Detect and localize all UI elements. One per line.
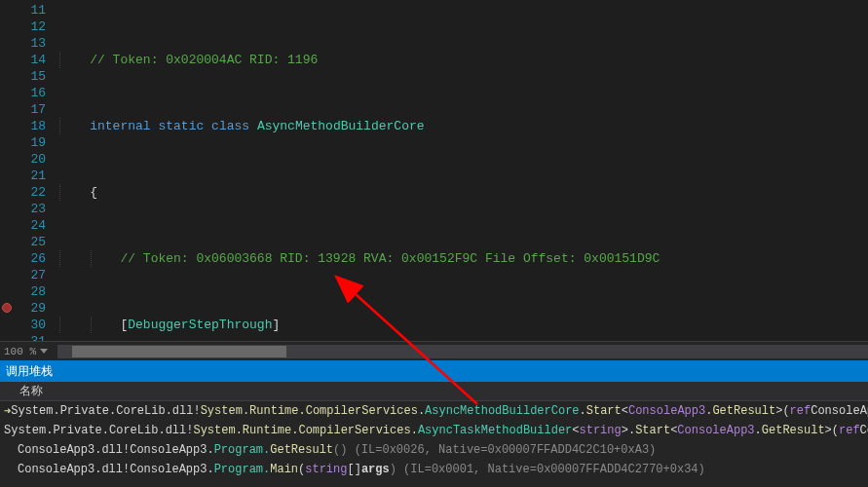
column-header[interactable]: 名称 [0, 382, 868, 401]
line-number[interactable]: 12 [0, 19, 46, 35]
line-number[interactable]: 14 [0, 52, 46, 68]
paren: >( [775, 404, 789, 418]
line-number[interactable]: 19 [0, 134, 46, 151]
lt: < [622, 404, 628, 418]
stack-frame[interactable]: ConsoleApp3.dll!ConsoleApp3.Program.Main… [0, 460, 868, 479]
frame-offset: () (IL=0x0026, Native=0x00007FFADD4C2C10… [333, 443, 656, 457]
line-number[interactable]: 23 [0, 201, 46, 217]
frame-type: AsyncTaskMethodBuilder [418, 424, 572, 437]
comment: // Token: 0x020004AC RID: 1196 [90, 53, 318, 67]
frame-generic: string [580, 424, 622, 437]
chevron-down-icon[interactable] [40, 349, 48, 354]
zoom-dropdown[interactable]: 100 % [0, 346, 36, 357]
lt: < [670, 424, 677, 437]
frame-param: args [361, 463, 390, 476]
text: ConsoleApp3. [811, 404, 868, 418]
column-name: 名称 [19, 383, 43, 399]
frame-type: Program. [214, 443, 271, 457]
frame-generic: ConsoleApp3 [628, 404, 705, 418]
paren: >( [825, 424, 839, 437]
dot: . [705, 404, 712, 418]
panel-title: 调用堆栈 [6, 363, 53, 380]
line-number[interactable]: 25 [0, 234, 46, 250]
frame-generic: ConsoleApp3 [677, 424, 754, 437]
kw: static [158, 119, 204, 133]
line-number[interactable]: 20 [0, 151, 46, 168]
line-number[interactable]: 26 [0, 250, 46, 267]
callstack-list: ➜ System.Private.CoreLib.dll!System.Runt… [0, 401, 868, 487]
line-number[interactable]: 16 [0, 85, 46, 101]
frame-ns: ConsoleApp3. [130, 443, 213, 457]
frame-module: System.Private.CoreLib.dll! [4, 424, 193, 437]
stack-frame[interactable]: ConsoleApp3.dll!ConsoleApp3.Program.GetR… [0, 440, 868, 460]
line-number[interactable]: 17 [0, 101, 46, 118]
text: ConsoleApp3. [860, 424, 868, 437]
frame-type: AsyncMethodBuilderCore [425, 404, 579, 418]
frame-generic: GetResult [712, 404, 775, 418]
zoom-bar: 100 % [0, 341, 868, 360]
kw: ref [839, 424, 860, 437]
scrollbar-thumb[interactable] [72, 346, 286, 357]
line-number[interactable]: 15 [0, 68, 46, 85]
stack-frame[interactable]: System.Private.CoreLib.dll!System.Runtim… [0, 421, 868, 440]
line-number[interactable]: 31 [0, 333, 46, 341]
frame-type: Program. [214, 463, 271, 476]
line-number[interactable]: 18 [0, 118, 46, 134]
paren: ( [298, 463, 305, 476]
frame-method: Start [586, 404, 622, 418]
line-number[interactable]: 27 [0, 267, 46, 283]
line-number[interactable]: 30 [0, 317, 46, 333]
line-number[interactable]: 11 [0, 2, 46, 19]
kw: string [305, 463, 347, 476]
comment: // Token: 0x06003668 RID: 13928 RVA: 0x0… [120, 251, 660, 266]
stack-frame[interactable]: ➜ System.Private.CoreLib.dll!System.Runt… [0, 401, 868, 421]
frame-method: GetResult [270, 443, 333, 457]
type: AsyncMethodBuilderCore [257, 119, 425, 133]
gt: >. [622, 424, 635, 437]
line-number[interactable]: 28 [0, 283, 46, 300]
line-number[interactable]: 13 [0, 35, 46, 52]
line-number[interactable]: 21 [0, 168, 46, 184]
dot: . [580, 404, 586, 418]
dot: . [755, 424, 762, 437]
lt: < [572, 424, 579, 437]
frame-ns: System.Runtime.CompilerServices. [193, 424, 417, 437]
frame-ns: System.Runtime.CompilerServices. [201, 404, 425, 418]
attr: DebuggerStepThrough [128, 318, 272, 332]
current-frame-arrow-icon: ➜ [4, 404, 11, 419]
frame-module: System.Private.CoreLib.dll! [11, 404, 200, 418]
code-editor: 1112131415161718192021222324252627282930… [0, 0, 868, 341]
code-body[interactable]: // Token: 0x020004AC RID: 1196 internal … [54, 0, 868, 341]
frame-module: ConsoleApp3.dll! [18, 443, 130, 457]
kw: internal [90, 119, 150, 133]
breakpoint-icon[interactable] [2, 303, 12, 313]
frame-ns: ConsoleApp3. [130, 463, 213, 476]
kw: class [211, 119, 249, 133]
callstack-panel-header[interactable]: 调用堆栈 [0, 360, 868, 382]
frame-method: Main [270, 463, 298, 476]
line-number[interactable]: 22 [0, 184, 46, 201]
frame-offset: ) (IL=0x0001, Native=0x00007FFADD4C2770+… [390, 463, 705, 476]
bracket: ] [272, 318, 280, 332]
frame-generic: GetResult [762, 424, 825, 437]
line-gutter: 1112131415161718192021222324252627282930… [0, 0, 54, 341]
brace: { [90, 185, 97, 200]
horizontal-scrollbar[interactable] [57, 345, 868, 358]
frame-module: ConsoleApp3.dll! [18, 463, 130, 476]
line-number[interactable]: 24 [0, 217, 46, 234]
frame-method: Start [635, 424, 670, 437]
kw: ref [790, 404, 811, 418]
text: [] [347, 463, 360, 476]
